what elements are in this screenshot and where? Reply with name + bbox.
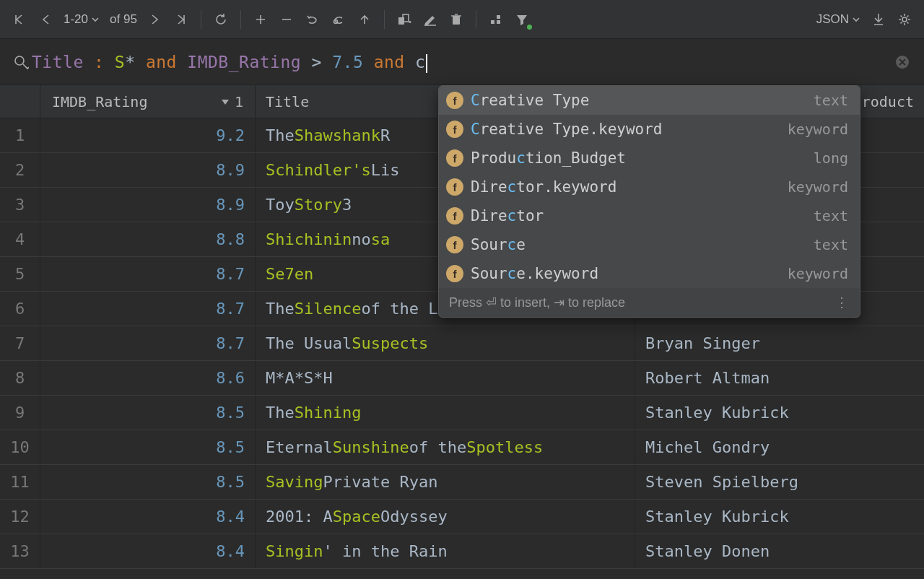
svg-rect-6 [497, 20, 500, 24]
cell-title: The Shining [256, 396, 635, 430]
table-row[interactable]: 98.5The ShiningStanley Kubrick [0, 396, 924, 430]
toolbar: 1-20 of 95 JSON [0, 0, 924, 39]
first-page-button[interactable] [7, 7, 32, 32]
refresh-button[interactable] [209, 7, 233, 32]
page-range-dropdown[interactable]: 1-20 [59, 12, 104, 27]
svg-rect-3 [453, 16, 460, 25]
autocomplete-item[interactable]: fDirector.keywordkeyword [439, 173, 860, 201]
cell-director: Michel Gondry [635, 430, 924, 464]
row-number: 7 [0, 326, 40, 360]
autocomplete-item-name: Creative Type.keyword [471, 121, 780, 138]
compare-button[interactable] [392, 7, 417, 32]
autocomplete-item[interactable]: fCreative Type.keywordkeyword [439, 115, 860, 144]
format-dropdown[interactable]: JSON [812, 12, 865, 27]
autocomplete-item-type: text [814, 236, 848, 253]
cell-rating: 8.7 [40, 257, 256, 291]
settings-button[interactable] [892, 7, 917, 32]
autocomplete-item[interactable]: fSource.keywordkeyword [439, 259, 860, 288]
cell-director: Steven Spielberg [635, 465, 924, 499]
row-number: 10 [0, 430, 40, 464]
column-header-title-label: Title [266, 93, 309, 110]
undo-button[interactable] [300, 7, 325, 32]
autocomplete-item-type: keyword [788, 178, 848, 196]
total-rows-label: of 95 [105, 12, 141, 27]
prev-page-button[interactable] [33, 7, 58, 32]
autocomplete-item-type: long [814, 149, 848, 167]
clear-query-button[interactable] [894, 53, 911, 71]
cell-rating: 8.6 [40, 361, 256, 395]
cell-rating: 8.8 [40, 222, 256, 256]
cell-director: Robert Altman [635, 361, 924, 395]
cell-director: Stanley Kubrick [635, 500, 924, 534]
row-number: 4 [0, 222, 40, 256]
cell-title: The Usual Suspects [256, 326, 635, 360]
autocomplete-item-name: Production_Budget [471, 149, 806, 167]
svg-rect-5 [497, 15, 500, 19]
table-row[interactable]: 138.4Singin' in the RainStanley Donen [0, 534, 924, 569]
field-badge-icon: f [446, 178, 463, 196]
autocomplete-footer: Press ⏎ to insert, ⇥ to replace ⋮ [439, 288, 860, 317]
edit-button[interactable] [418, 7, 443, 32]
cell-rating: 8.4 [40, 534, 256, 568]
cell-title: Eternal Sunshine of the Spotless [256, 430, 635, 464]
row-number-header [0, 85, 40, 118]
svg-point-7 [902, 17, 907, 22]
svg-rect-4 [491, 20, 494, 24]
autocomplete-item[interactable]: fCreative Typetext [439, 86, 860, 115]
autocomplete-item-name: Source [471, 236, 806, 253]
autocomplete-item-type: keyword [788, 121, 848, 138]
remove-row-button[interactable] [274, 7, 299, 32]
table-row[interactable]: 108.5Eternal Sunshine of the SpotlessMic… [0, 430, 924, 465]
autocomplete-hint: Press ⏎ to insert, ⇥ to replace [449, 295, 625, 310]
autocomplete-item[interactable]: fProduction_Budgetlong [439, 144, 860, 173]
cell-rating: 8.5 [40, 396, 256, 430]
cell-rating: 8.7 [40, 326, 256, 360]
field-badge-icon: f [446, 92, 463, 109]
autocomplete-item-name: Source.keyword [471, 265, 780, 282]
cell-director: Bryan Singer [635, 326, 924, 360]
cell-rating: 8.7 [40, 292, 256, 326]
page-range-label: 1-20 [64, 12, 88, 27]
cell-title: M*A*S*H [256, 361, 635, 395]
cell-rating: 8.4 [40, 500, 256, 534]
cell-rating: 8.5 [40, 465, 256, 499]
row-number: 11 [0, 465, 40, 499]
redo-preview-button[interactable] [326, 7, 351, 32]
table-row[interactable]: 78.7The Usual SuspectsBryan Singer [0, 326, 924, 361]
next-page-button[interactable] [143, 7, 167, 32]
query-input[interactable]: Title : S* and IMDB_Rating > 7.5 and c [32, 53, 894, 71]
autocomplete-item[interactable]: fSourcetext [439, 230, 860, 259]
table-row[interactable]: 128.42001: A Space OdysseyStanley Kubric… [0, 500, 924, 534]
column-header-extra-label: roduct [862, 93, 914, 110]
cell-director: Stanley Donen [635, 534, 924, 568]
last-page-button[interactable] [169, 7, 193, 32]
autocomplete-item[interactable]: fDirectortext [439, 201, 860, 230]
commit-button[interactable] [352, 7, 377, 32]
row-number: 2 [0, 153, 40, 187]
autocomplete-popup: fCreative TypetextfCreative Type.keyword… [438, 85, 860, 318]
autocomplete-item-type: text [814, 92, 848, 109]
cell-rating: 8.9 [40, 188, 256, 222]
structure-button[interactable] [484, 7, 508, 32]
delete-button[interactable] [444, 7, 468, 32]
cell-title: 2001: A Space Odyssey [256, 500, 635, 534]
cell-director: Stanley Kubrick [635, 396, 924, 430]
cell-rating: 8.9 [40, 153, 256, 187]
autocomplete-item-name: Director [471, 207, 806, 225]
row-number: 6 [0, 292, 40, 326]
column-header-rating[interactable]: IMDB_Rating 1 [40, 85, 256, 118]
more-options-icon[interactable]: ⋮ [835, 295, 850, 310]
download-button[interactable] [866, 7, 891, 32]
field-badge-icon: f [446, 236, 463, 253]
column-header-rating-label: IMDB_Rating [52, 93, 147, 110]
search-icon[interactable] [10, 54, 32, 70]
filter-button[interactable] [510, 7, 534, 32]
row-number: 9 [0, 396, 40, 430]
table-row[interactable]: 118.5Saving Private RyanSteven Spielberg [0, 465, 924, 500]
autocomplete-item-name: Creative Type [471, 92, 806, 109]
row-number: 8 [0, 361, 40, 395]
add-row-button[interactable] [248, 7, 273, 32]
format-label: JSON [816, 12, 849, 27]
table-row[interactable]: 88.6M*A*S*HRobert Altman [0, 361, 924, 396]
row-number: 12 [0, 500, 40, 534]
